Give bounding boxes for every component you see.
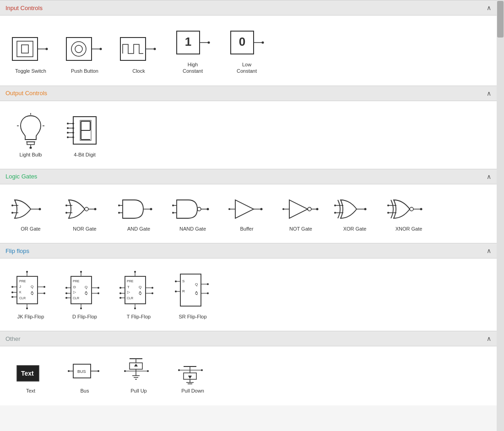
bus-item[interactable]: BUS Bus xyxy=(60,354,110,398)
scrollbar-track[interactable] xyxy=(497,0,504,431)
xnor-gate-icon xyxy=(387,195,431,223)
svg-text:PRE: PRE xyxy=(73,280,80,283)
nand-gate-icon xyxy=(172,195,213,223)
svg-text:T: T xyxy=(127,285,130,289)
svg-marker-80 xyxy=(289,200,308,218)
svg-marker-75 xyxy=(235,200,254,218)
svg-point-74 xyxy=(207,208,209,210)
and-gate-item[interactable]: AND Gate xyxy=(114,192,164,236)
svg-point-96 xyxy=(387,212,389,214)
main-panel[interactable]: Input Controls ∧ Toggle Switch xyxy=(0,0,497,431)
svg-point-159 xyxy=(152,287,153,289)
t-flipflop-label: T Flip-Flop xyxy=(127,313,151,320)
pull-down-item[interactable]: Pull Down xyxy=(168,354,218,398)
scrollbar-thumb[interactable] xyxy=(497,1,504,38)
svg-point-25 xyxy=(30,146,32,149)
text-item[interactable]: Text Text xyxy=(5,358,56,398)
xor-gate-label: XOR Gate xyxy=(343,226,367,232)
input-controls-chevron: ∧ xyxy=(487,4,491,11)
svg-text:PRE: PRE xyxy=(19,280,26,283)
svg-text:K: K xyxy=(19,291,22,294)
logic-gates-content: OR Gate NOR Gate xyxy=(0,184,497,243)
output-controls-header[interactable]: Output Controls ∧ xyxy=(0,86,497,101)
nor-gate-icon xyxy=(64,195,105,223)
toggle-switch-item[interactable]: Toggle Switch xyxy=(5,29,56,78)
svg-point-64 xyxy=(118,205,120,206)
nor-gate-item[interactable]: NOR Gate xyxy=(60,192,110,236)
logic-gates-chevron: ∧ xyxy=(487,173,491,180)
svg-text:PRE: PRE xyxy=(127,280,134,283)
svg-point-119 xyxy=(43,292,45,294)
light-bulb-item[interactable]: Light Bulb xyxy=(5,108,56,162)
svg-marker-187 xyxy=(134,364,138,366)
input-controls-header[interactable]: Input Controls ∧ xyxy=(0,0,497,16)
push-button-item[interactable]: Push Button xyxy=(60,29,110,78)
other-header[interactable]: Other ∧ xyxy=(0,331,497,346)
svg-text:Q̄: Q̄ xyxy=(85,291,87,296)
high-constant-item[interactable]: 1 HighConstant xyxy=(168,23,218,78)
svg-point-95 xyxy=(387,205,389,206)
pull-up-label: Pull Up xyxy=(130,388,146,394)
svg-point-138 xyxy=(98,287,99,289)
svg-text:0: 0 xyxy=(239,35,245,48)
svg-text:CLR: CLR xyxy=(73,296,79,300)
sr-flipflop-icon: S R Q Q̄ xyxy=(172,269,213,311)
pull-up-icon xyxy=(120,357,157,385)
or-gate-item[interactable]: OR Gate xyxy=(5,192,56,236)
svg-point-59 xyxy=(65,212,67,214)
not-gate-icon xyxy=(282,195,319,223)
four-bit-digit-item[interactable]: 4-Bit Digit xyxy=(60,108,110,162)
svg-point-52 xyxy=(11,212,13,214)
svg-point-20 xyxy=(262,42,264,44)
logic-gates-title: Logic Gates xyxy=(5,173,37,180)
svg-point-48 xyxy=(67,136,69,138)
xnor-gate-label: XNOR Gate xyxy=(396,226,423,232)
logic-gates-header[interactable]: Logic Gates ∧ xyxy=(0,169,497,184)
svg-point-55 xyxy=(85,207,88,211)
svg-point-9 xyxy=(100,48,102,50)
and-gate-icon xyxy=(118,195,159,223)
svg-point-16 xyxy=(208,42,210,44)
svg-rect-2 xyxy=(22,45,28,53)
buffer-item[interactable]: Buffer xyxy=(222,192,272,236)
svg-point-77 xyxy=(228,208,230,210)
d-flipflop-item[interactable]: PRE D ▷ CLR Q Q̄ D xyxy=(60,266,110,323)
clock-item[interactable]: Clock xyxy=(114,29,164,78)
jk-flipflop-item[interactable]: PRE J K CLR Q Q̄ xyxy=(5,266,56,323)
four-bit-digit-icon xyxy=(64,112,105,149)
svg-point-68 xyxy=(197,207,201,211)
svg-point-92 xyxy=(410,207,413,211)
xor-gate-item[interactable]: XOR Gate xyxy=(330,192,380,236)
text-label: Text xyxy=(26,388,35,394)
svg-text:S: S xyxy=(182,279,184,283)
low-constant-item[interactable]: 0 LowConstant xyxy=(222,23,272,78)
nand-gate-item[interactable]: NAND Gate xyxy=(168,192,218,236)
other-content: Text Text BUS Bus xyxy=(0,346,497,405)
sr-flipflop-item[interactable]: S R Q Q̄ SR Flip-Flop xyxy=(168,266,218,323)
nor-gate-label: NOR Gate xyxy=(73,226,96,232)
svg-text:J: J xyxy=(19,285,21,289)
xnor-gate-item[interactable]: XNOR Gate xyxy=(384,192,434,236)
svg-point-79 xyxy=(260,208,263,210)
svg-point-12 xyxy=(154,48,156,50)
pull-up-item[interactable]: Pull Up xyxy=(114,354,164,398)
svg-point-161 xyxy=(152,292,153,294)
not-gate-item[interactable]: NOT Gate xyxy=(276,192,326,236)
svg-text:Q: Q xyxy=(139,285,141,289)
flip-flops-title: Flip flops xyxy=(5,248,29,254)
light-bulb-label: Light Bulb xyxy=(20,151,42,158)
t-flipflop-item[interactable]: PRE T ▷ CLR Q Q̄ T xyxy=(114,266,164,323)
svg-point-45 xyxy=(67,123,69,124)
or-gate-icon xyxy=(10,195,51,223)
svg-text:Q̄: Q̄ xyxy=(139,291,141,296)
bus-icon: BUS xyxy=(64,357,105,385)
d-flipflop-label: D Flip-Flop xyxy=(72,313,97,320)
svg-point-85 xyxy=(316,208,319,210)
svg-point-140 xyxy=(98,292,99,294)
svg-point-89 xyxy=(334,212,336,214)
pull-down-icon xyxy=(174,357,211,385)
svg-text:BUS: BUS xyxy=(77,369,86,374)
buffer-icon xyxy=(228,195,265,223)
d-flipflop-icon: PRE D ▷ CLR Q Q̄ xyxy=(62,269,108,311)
flip-flops-header[interactable]: Flip flops ∧ xyxy=(0,243,497,259)
